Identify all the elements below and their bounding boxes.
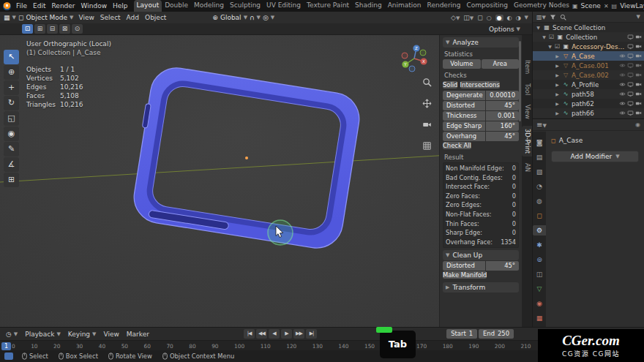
pin-icon[interactable]: ◉ — [635, 121, 640, 128]
outliner-row[interactable]: ▼ ☑ ▣ Collection — [533, 32, 644, 42]
view-layer-properties-tab[interactable]: ▧ — [533, 167, 546, 177]
outliner-row[interactable]: ▶ ▽ A_Case.002 — [533, 70, 644, 80]
workspace-tab[interactable]: UV Editing — [263, 0, 304, 12]
menu-item[interactable]: Edit — [30, 2, 48, 10]
volume-button[interactable]: Volume — [443, 59, 481, 69]
world-properties-tab[interactable]: ◍ — [533, 196, 546, 206]
options-button[interactable]: Options▼ — [489, 26, 520, 33]
gizmo-toggle-icon[interactable]: ◇▼ — [451, 14, 460, 21]
result-row[interactable]: Non Manifold Edge: 0 — [446, 164, 516, 173]
sidebar-tab[interactable]: AN — [522, 160, 532, 175]
blender-logo-icon[interactable] — [3, 2, 11, 10]
disclosure-icon[interactable]: ▼ — [536, 25, 541, 30]
overlays-toggle-icon[interactable]: ◫▼ — [463, 14, 473, 21]
outliner-row[interactable]: ▶ ∿ path66 — [533, 108, 644, 118]
workspace-tab[interactable]: Geometry Nodes — [511, 0, 572, 12]
snap-toggle-icon[interactable]: ∩▼ — [250, 14, 261, 21]
measure-tool[interactable]: ∡ — [4, 157, 19, 172]
add-modifier-button[interactable]: Add Modifier▼ — [551, 151, 639, 162]
outliner-editor-icon[interactable]: ▥▼ — [536, 14, 546, 20]
panel-header-analyze[interactable]: ▼Analyze — [443, 37, 519, 48]
check-setting-value[interactable]: 0.00010 — [486, 91, 519, 100]
proportional-editing-icon[interactable]: ◎▼ — [263, 14, 274, 21]
timeline-editor-icon[interactable]: ◷▼ — [4, 331, 20, 338]
play-button[interactable]: ▶ — [281, 329, 292, 339]
material-shading-icon[interactable]: ◐ — [507, 15, 512, 21]
jump-to-start-button[interactable]: |◀ — [244, 329, 255, 339]
scene-properties-tab[interactable]: ◔ — [533, 181, 546, 192]
solid-shading-icon[interactable]: ● — [495, 15, 503, 21]
material-properties-tab[interactable]: ◉ — [533, 298, 546, 309]
editor-type-icon[interactable]: ▦▼ — [4, 14, 16, 21]
result-row[interactable]: Zero Edges: 0 — [446, 200, 516, 210]
workspace-tab[interactable]: Compositing — [464, 0, 511, 12]
frame-start-field[interactable]: Start1 — [446, 329, 477, 339]
disclosure-icon[interactable]: ▶ — [555, 110, 560, 116]
annotate-tool[interactable]: ✎ — [4, 142, 19, 157]
check-setting-value[interactable]: 45° — [486, 101, 519, 110]
disclosure-icon[interactable]: ▶ — [555, 53, 560, 59]
render-properties-tab[interactable]: ◙ — [533, 137, 546, 148]
disable-render-icon[interactable] — [635, 91, 642, 97]
outliner-row[interactable]: ▶ ▽ A_Case — [533, 51, 644, 61]
check-setting-row[interactable]: Distorted 45° — [443, 101, 519, 110]
select-mode-invert-icon[interactable]: ⊠ — [59, 24, 70, 34]
result-row[interactable]: Overhang Face: 1354 — [446, 238, 516, 247]
check-setting-value[interactable]: 160° — [486, 121, 519, 131]
result-row[interactable]: Zero Faces: 0 — [446, 192, 516, 201]
disable-render-icon[interactable] — [635, 72, 642, 78]
workspace-tab[interactable]: Layout — [134, 0, 162, 12]
collection-checkbox[interactable]: ☑ — [555, 43, 560, 50]
object-properties-tab[interactable]: ◻ — [533, 211, 546, 221]
sidebar-tab[interactable]: 3D-Print — [522, 126, 532, 157]
next-keyframe-button[interactable]: ▶▶ — [293, 329, 304, 339]
hide-viewport-icon[interactable] — [627, 72, 634, 78]
navigation-gizmo[interactable]: Z X Y — [398, 42, 430, 76]
viewport-menu-item[interactable]: View — [75, 14, 97, 21]
hide-eye-icon[interactable] — [619, 100, 626, 107]
select-mode-subtract-icon[interactable]: ⊟ — [47, 24, 58, 34]
hide-viewport-icon[interactable] — [627, 110, 634, 116]
menu-item[interactable]: Render — [49, 2, 78, 10]
disable-render-icon[interactable] — [635, 81, 642, 88]
select-mode-extend-icon[interactable]: ⊞ — [34, 24, 45, 34]
search-icon[interactable] — [560, 14, 566, 20]
hide-viewport-icon[interactable] — [627, 100, 634, 107]
prev-keyframe-button[interactable]: ◀◀ — [256, 329, 267, 339]
modifier-properties-tab[interactable]: ⚙ — [533, 225, 546, 235]
ortho-toggle-icon[interactable] — [422, 141, 432, 152]
result-row[interactable]: Bad Contig. Edges: 0 — [446, 173, 516, 183]
outliner-row[interactable]: ▶ ∿ A_Profile — [533, 80, 644, 89]
texture-properties-tab[interactable]: ▦ — [533, 313, 546, 323]
disable-render-icon[interactable] — [635, 43, 642, 50]
disable-render-icon[interactable] — [635, 62, 642, 69]
outliner-row[interactable]: ▼ ☑ ▣ Accessory-Design-G — [533, 42, 644, 51]
result-row[interactable]: Non-Flat Faces: 0 — [446, 210, 516, 219]
panel-header-cleanup[interactable]: ▼Clean Up — [443, 250, 519, 260]
hide-eye-icon[interactable] — [619, 110, 626, 116]
disclosure-icon[interactable]: ▼ — [547, 44, 553, 49]
marker-menu[interactable]: Marker — [124, 331, 151, 338]
disclosure-icon[interactable]: ▼ — [542, 34, 547, 39]
orientation-select[interactable]: ⊕ Global▼ — [212, 14, 247, 21]
disclosure-icon[interactable]: ▶ — [555, 63, 560, 68]
cleanup-distorted-value[interactable]: 45° — [486, 261, 519, 271]
workspace-tab[interactable]: Animation — [385, 0, 424, 12]
disable-render-icon[interactable] — [635, 100, 642, 107]
zoom-icon[interactable] — [422, 78, 432, 88]
check-intersections-button[interactable]: Intersections — [460, 81, 500, 88]
hide-eye-icon[interactable] — [619, 53, 626, 59]
rendered-shading-icon[interactable]: ◑ — [516, 15, 521, 21]
disable-render-icon[interactable] — [635, 110, 642, 116]
filter-icon[interactable] — [550, 14, 556, 20]
workspace-tab[interactable]: Sculpting — [227, 0, 263, 12]
make-manifold-button[interactable]: Make Manifold — [443, 271, 487, 279]
rotate-tool[interactable]: ↻ — [4, 96, 19, 110]
playhead-badge[interactable]: 1 — [1, 342, 11, 350]
menu-item[interactable]: Help — [110, 2, 131, 10]
camera-view-icon[interactable] — [422, 120, 432, 131]
workspace-tab[interactable]: Shading — [352, 0, 385, 12]
sidebar-tab[interactable]: Tool — [522, 80, 532, 98]
disclosure-icon[interactable]: ▶ — [555, 72, 560, 78]
hide-viewport-icon[interactable] — [627, 91, 634, 97]
